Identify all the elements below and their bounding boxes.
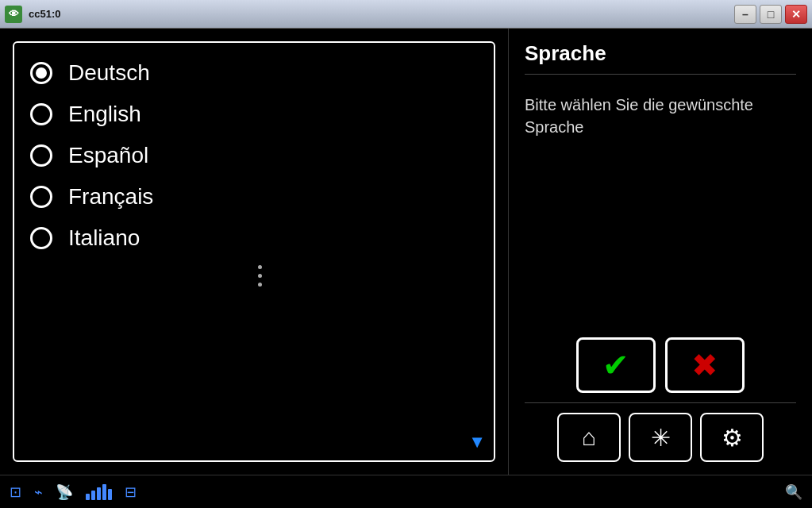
radio-espanol xyxy=(30,144,52,167)
settings-button[interactable]: ⚙ xyxy=(700,413,764,462)
language-label-espanol: Español xyxy=(68,143,148,168)
language-label-deutsch: Deutsch xyxy=(68,60,150,86)
scroll-down-arrow[interactable]: ▼ xyxy=(468,432,486,452)
home-icon: ⌂ xyxy=(582,424,596,451)
titlebar: 👁 cc51:0 – □ ✕ xyxy=(0,0,812,29)
signal-bar-1 xyxy=(86,494,90,500)
radio-italiano xyxy=(30,227,52,249)
radio-english xyxy=(30,103,52,125)
window-title: cc51:0 xyxy=(29,8,60,20)
fan-icon: ✳ xyxy=(651,424,671,452)
left-panel: DeutschEnglishEspañolFrançaisItaliano ▼ xyxy=(0,29,508,475)
close-button[interactable]: ✕ xyxy=(785,5,807,24)
dot-2 xyxy=(258,274,262,278)
main-content: DeutschEnglishEspañolFrançaisItaliano ▼ … xyxy=(0,29,812,508)
language-item-francais[interactable]: Français xyxy=(30,176,478,217)
bottom-nav: ⌂ ✳ ⚙ xyxy=(525,413,796,462)
language-label-english: English xyxy=(68,102,141,127)
maximize-button[interactable]: □ xyxy=(760,5,782,24)
signal-bar-4 xyxy=(102,484,106,500)
app-icon: 👁 xyxy=(5,6,22,23)
dot-1 xyxy=(258,265,262,269)
zoom-icon: 🔍 xyxy=(785,483,802,501)
confirm-button[interactable]: ✔ xyxy=(576,337,656,393)
settings-icon: ⚙ xyxy=(722,424,743,452)
language-label-italiano: Italiano xyxy=(68,225,140,251)
titlebar-left: 👁 cc51:0 xyxy=(5,6,60,23)
check-icon: ✔ xyxy=(602,347,629,383)
signal-bar-2 xyxy=(91,491,95,500)
home-button[interactable]: ⌂ xyxy=(557,413,621,462)
scroll-dots xyxy=(41,265,478,287)
language-list: DeutschEnglishEspañolFrançaisItaliano ▼ xyxy=(13,41,495,462)
signal-bar-3 xyxy=(97,487,101,500)
cross-icon: ✖ xyxy=(691,347,718,383)
power-icon: ⊡ xyxy=(10,483,21,501)
connect-icon: ⌁ xyxy=(34,483,43,501)
network-topology-icon: ⊟ xyxy=(125,483,137,501)
signal-bars xyxy=(86,484,112,500)
language-item-italiano[interactable]: Italiano xyxy=(30,217,478,259)
titlebar-buttons: – □ ✕ xyxy=(734,5,807,24)
action-buttons: ✔ ✖ xyxy=(525,337,796,393)
fan-button[interactable]: ✳ xyxy=(629,413,692,462)
minimize-button[interactable]: – xyxy=(734,5,756,24)
signal-bar-5 xyxy=(108,489,112,500)
cancel-button[interactable]: ✖ xyxy=(665,337,745,393)
language-items-container: DeutschEnglishEspañolFrançaisItaliano xyxy=(30,52,478,259)
separator xyxy=(525,402,796,403)
dot-3 xyxy=(258,283,262,287)
language-item-deutsch[interactable]: Deutsch xyxy=(30,52,478,94)
content-split: DeutschEnglishEspañolFrançaisItaliano ▼ … xyxy=(0,29,812,475)
language-item-espanol[interactable]: Español xyxy=(30,135,478,176)
radio-deutsch xyxy=(30,62,52,84)
panel-title: Sprache xyxy=(525,41,796,75)
radio-francais xyxy=(30,186,52,208)
language-item-english[interactable]: English xyxy=(30,94,478,135)
network-icon: 📡 xyxy=(56,483,73,501)
status-bar: ⊡ ⌁ 📡 ⊟ 🔍 xyxy=(0,475,812,508)
panel-description: Bitte wählen Sie die gewünschte Sprache xyxy=(525,94,796,337)
language-label-francais: Français xyxy=(68,184,153,210)
right-panel: Sprache Bitte wählen Sie die gewünschte … xyxy=(508,29,812,475)
